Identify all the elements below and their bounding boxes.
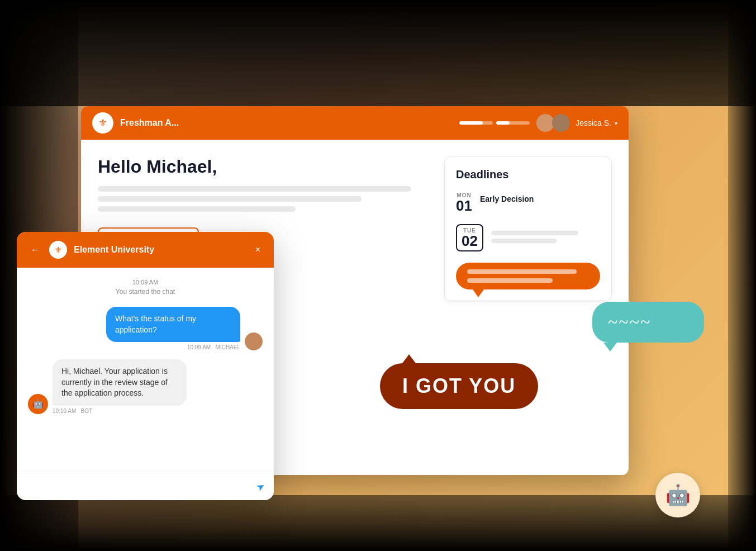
app-right-panel: Deadlines MON 01 Early Decision TUE 02	[444, 156, 612, 458]
deadline-day-num-2: 02	[462, 234, 478, 248]
progress-bars	[459, 121, 530, 125]
chat-panel: ← ⚜ Element University × 10:09 AM You st…	[17, 232, 274, 500]
bg-overlay-right	[728, 0, 756, 551]
close-button[interactable]: ×	[253, 243, 263, 257]
progress-bar-2	[496, 121, 530, 125]
skeleton-2	[98, 196, 362, 202]
bot-face-large-icon: 🤖	[665, 483, 691, 507]
header-avatars: Jessica S. ▾	[536, 114, 617, 132]
bubble-line-2	[467, 278, 553, 283]
chat-header: ← ⚜ Element University ×	[17, 232, 274, 268]
chat-messages: 10:09 AM You started the chat What's the…	[17, 268, 274, 473]
bot-message-bubble: Hi, Michael. Your application is current…	[53, 359, 187, 406]
avatar-2	[552, 114, 570, 132]
shield-icon: ⚜	[98, 117, 107, 129]
chat-university-name: Element University	[74, 245, 246, 255]
user-message-content: What's the status of my application? 10:…	[106, 307, 240, 350]
bubble-lines	[467, 269, 589, 283]
deadline-date-2: TUE 02	[456, 224, 483, 251]
progress-bar-1	[459, 121, 493, 125]
user-message-meta: 10:09 AM MICHAEL	[106, 344, 240, 350]
chat-logo: ⚜	[49, 241, 67, 259]
app-header: ⚜ Freshman A... Jessica S. ▾	[81, 106, 629, 140]
greeting-heading: Hello Michael,	[98, 156, 427, 177]
user-message-sender: MICHAEL	[216, 344, 240, 350]
chat-shield-icon: ⚜	[54, 245, 62, 255]
chat-timestamp: 10:09 AM	[28, 279, 263, 286]
deadline-skeleton-b	[491, 239, 557, 243]
app-logo: ⚜	[92, 112, 113, 134]
deadlines-card: Deadlines MON 01 Early Decision TUE 02	[444, 156, 612, 301]
deadline-item-1: MON 01 Early Decision	[456, 192, 600, 213]
chat-started-label: You started the chat	[28, 288, 263, 296]
scribble-text: ~~~~	[608, 312, 651, 332]
send-button[interactable]: ➤	[254, 479, 268, 495]
teal-scribble-bubble: ~~~~	[592, 302, 704, 343]
user-avatar	[245, 332, 263, 350]
bg-overlay-bottom	[0, 495, 756, 551]
bubble-line-1	[467, 269, 577, 274]
bg-overlay-top	[0, 0, 756, 106]
message-row-user: What's the status of my application? 10:…	[28, 307, 263, 350]
bot-avatar: 🤖	[28, 394, 48, 414]
skeleton-3	[98, 206, 296, 212]
got-you-bubble: I GOT YOU	[380, 363, 538, 409]
orange-speech-bubble	[456, 263, 600, 289]
message-row-bot: 🤖 Hi, Michael. Your application is curre…	[28, 359, 263, 414]
user-message-bubble: What's the status of my application?	[106, 307, 240, 342]
deadline-item-2: TUE 02	[456, 224, 600, 251]
deadline-date-1: MON 01	[456, 192, 472, 213]
bot-message-time: 10:10 AM	[53, 408, 76, 414]
skeleton-1	[98, 186, 411, 192]
app-title: Freshman A...	[120, 118, 453, 128]
bot-face-icon: 🤖	[32, 398, 44, 409]
bot-message-content: Hi, Michael. Your application is current…	[53, 359, 187, 414]
bot-message-meta: 10:10 AM BOT	[53, 408, 187, 414]
deadlines-title: Deadlines	[456, 168, 600, 181]
deadline-info-2	[491, 224, 600, 243]
bot-icon-circle[interactable]: 🤖	[655, 473, 700, 517]
chat-input[interactable]	[26, 480, 252, 493]
chat-input-area: ➤	[17, 473, 274, 500]
chevron-down-icon[interactable]: ▾	[615, 120, 617, 126]
bot-message-sender: BOT	[81, 408, 93, 414]
teal-speech-bubble: ~~~~	[592, 302, 704, 343]
deadline-day-num-1: 01	[456, 198, 472, 213]
back-button[interactable]: ←	[28, 242, 42, 258]
user-message-time: 10:09 AM	[187, 344, 211, 350]
got-you-speech-bubble: I GOT YOU	[380, 363, 538, 409]
deadline-name-1: Early Decision	[480, 194, 600, 203]
got-you-text: I GOT YOU	[402, 374, 516, 397]
deadline-info-1: Early Decision	[480, 192, 600, 203]
deadline-skeleton-a	[491, 231, 578, 235]
user-name-label: Jessica S.	[576, 118, 611, 127]
